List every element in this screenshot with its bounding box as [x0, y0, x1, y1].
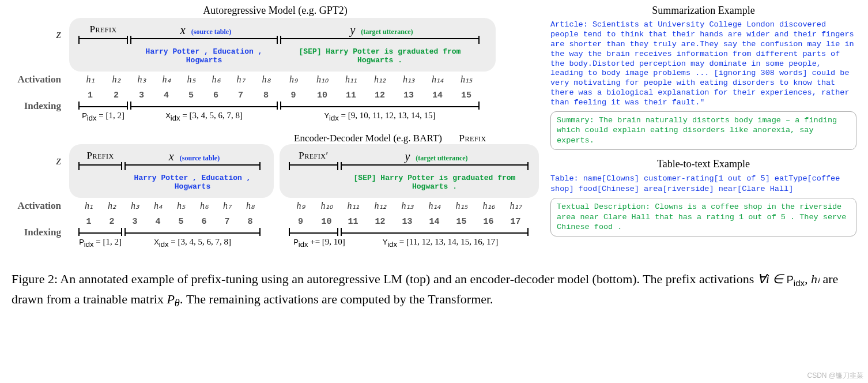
top-tokens: Harry Potter , Education , Hogwarts [SEP… — [77, 45, 488, 67]
encoder-decoder-diagram: Encoder-Decoder Model (e.g. BART) Prefix… — [12, 133, 539, 249]
table-example-table: Table: name[Clowns] customer-rating[1 ou… — [550, 174, 856, 194]
summarization-title: Summarization Example — [550, 5, 856, 17]
prefix-label: Prefix — [77, 24, 129, 37]
table-example-desc: Textual Description: Clowns is a coffee … — [550, 198, 856, 236]
decoder-panel: Prefix′ y (target utterance) [SEP] Harry… — [280, 144, 539, 198]
encoder-activations: h₁ h₂ h₃ h₄ h₅ h₆ h₇ h₈ — [69, 199, 274, 212]
top-activations: h₁ h₂ h₃ h₄ h₅ h₆ h₇ h₈ h₉ h₁₀ h₁₁ h₁₂ h… — [69, 73, 496, 86]
top-idx-labels: Pidx = [1, 2] Xidx = [3, 4, 5, 6, 7, 8] … — [77, 108, 496, 122]
watermark: CSDN @镰刀韭菜 — [807, 371, 863, 381]
decoder-activations: h₉ h₁₀ h₁₁ h₁₂ h₁₃ h₁₄ h₁₅ h₁₆ h₁₇ — [280, 199, 539, 212]
y-anno: (target utterance) — [361, 28, 413, 36]
summarization-summary: Summary: The brain naturally distorts bo… — [550, 111, 856, 150]
table-example-title: Table-to-text Example — [550, 158, 856, 170]
top-indexing: 1 2 3 4 5 6 7 8 9 10 11 12 13 14 — [77, 89, 496, 102]
indexing-label: Indexing — [12, 100, 69, 112]
autoregressive-diagram: Autoregressive Model (e.g. GPT2) Prefix … — [12, 5, 539, 122]
bottom-model-title: Encoder-Decoder Model (e.g. BART) Prefix — [294, 133, 486, 144]
top-panel: Prefix x (source table) y (target uttera… — [69, 18, 496, 72]
y-var: y — [346, 24, 358, 36]
x-var: x — [177, 24, 189, 36]
encoder-panel: Prefix x (source table) Harry Potter , E… — [69, 144, 274, 198]
z-label: z — [12, 27, 69, 42]
summarization-article: Article: Scientists at University Colleg… — [550, 20, 856, 108]
top-model-title: Autoregressive Model (e.g. GPT2) — [12, 5, 539, 17]
activation-label: Activation — [12, 74, 69, 85]
x-anno: (source table) — [191, 28, 231, 36]
figure-caption: Figure 2: An annotated example of prefix… — [12, 269, 853, 311]
